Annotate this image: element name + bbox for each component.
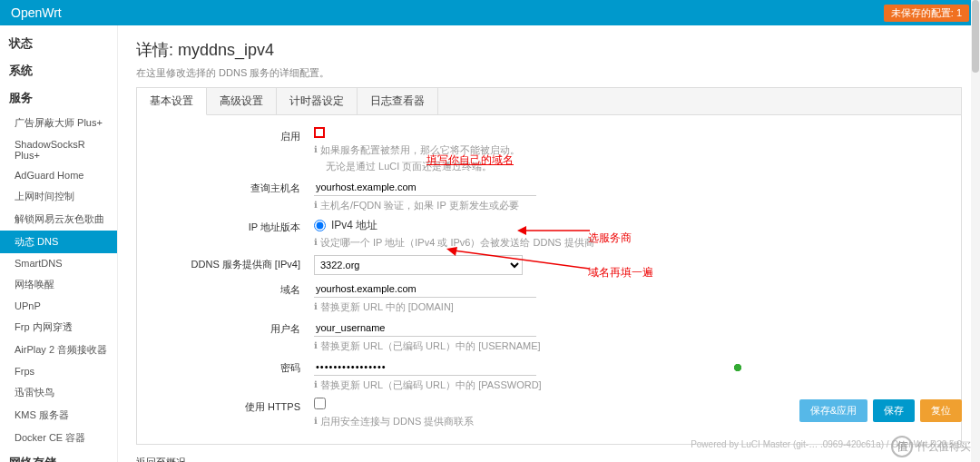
info-icon — [314, 339, 318, 350]
password-input[interactable] — [314, 359, 536, 376]
hint-ipver: 设定哪一个 IP 地址（IPv4 或 IPv6）会被发送给 DDNS 提供商 — [320, 236, 594, 250]
lookup-host-input[interactable] — [314, 179, 536, 196]
tab[interactable]: 日志查看器 — [358, 88, 438, 114]
reset-button[interactable]: 复位 — [920, 399, 962, 422]
sidebar-section[interactable]: 系统 — [0, 57, 117, 84]
hint-https: 启用安全连接与 DDNS 提供商联系 — [320, 415, 474, 428]
password-reveal-icon[interactable] — [731, 361, 744, 374]
enable-checkbox[interactable] — [314, 127, 325, 138]
tab[interactable]: 基本设置 — [137, 88, 207, 115]
sidebar-section[interactable]: 网络存储 — [0, 449, 117, 462]
form-body: 启用 如果服务配置被禁用，那么它将不能被启动。 无论是通过 LuCI 页面还是通… — [136, 115, 962, 445]
hint-enable-1: 如果服务配置被禁用，那么它将不能被启动。 — [320, 143, 520, 157]
sidebar-item[interactable]: ShadowSocksR Plus+ — [0, 134, 117, 165]
label-use-https: 使用 HTTPS — [146, 398, 314, 428]
hint-enable-2: 无论是通过 LuCI 页面还是通过终端。 — [326, 160, 492, 173]
label-lookup-host: 查询主机名 — [146, 179, 314, 212]
scrollbar-track[interactable] — [971, 0, 980, 462]
info-icon — [314, 378, 318, 389]
domain-input[interactable] — [314, 280, 536, 298]
use-https-checkbox[interactable] — [314, 398, 326, 409]
watermark-icon: 值 — [891, 436, 913, 457]
action-buttons: 保存&应用 保存 复位 — [799, 399, 962, 422]
page-title: 详情: myddns_ipv4 — [136, 39, 962, 61]
watermark: 值 什么值得买 — [891, 436, 971, 457]
header-title: OpenWrt — [11, 5, 62, 20]
hint-lookup: 主机名/FQDN 验证，如果 IP 更新发生或必要 — [320, 199, 519, 212]
label-enable: 启用 — [146, 127, 314, 173]
info-icon — [314, 199, 318, 210]
sidebar-item[interactable]: AirPlay 2 音频接收器 — [0, 339, 117, 361]
sidebar-item[interactable]: Frps — [0, 361, 117, 381]
hint-domain: 替换更新 URL 中的 [DOMAIN] — [320, 300, 454, 314]
ipv4-radio[interactable] — [314, 220, 326, 231]
info-icon — [314, 236, 318, 247]
scrollbar-thumb[interactable] — [972, 0, 979, 73]
sidebar-item[interactable]: UPnP — [0, 296, 117, 316]
sidebar-section[interactable]: 服务 — [0, 84, 117, 112]
sidebar-section[interactable]: 状态 — [0, 30, 117, 57]
save-apply-button[interactable]: 保存&应用 — [799, 399, 867, 422]
ipv4-radio-label: IPv4 地址 — [331, 218, 377, 233]
username-input[interactable] — [314, 319, 536, 337]
hint-username: 替换更新 URL（已编码 URL）中的 [USERNAME] — [320, 339, 541, 353]
tab-bar: 基本设置高级设置计时器设定日志查看器 — [136, 87, 962, 115]
page-description: 在这里修改选择的 DDNS 服务的详细配置。 — [136, 66, 962, 80]
label-ddns-provider: DDNS 服务提供商 [IPv4] — [146, 255, 314, 275]
sidebar-item[interactable]: 解锁网易云灰色歌曲 — [0, 208, 117, 231]
sidebar-item[interactable]: 动态 DNS — [0, 231, 117, 253]
sidebar-item[interactable]: KMS 服务器 — [0, 404, 117, 427]
sidebar-item[interactable]: AdGuard Home — [0, 165, 117, 185]
label-ip-version: IP 地址版本 — [146, 218, 314, 250]
info-icon — [314, 143, 318, 154]
label-password: 密码 — [146, 359, 314, 392]
sidebar-item[interactable]: 迅雷快鸟 — [0, 381, 117, 404]
sidebar-item[interactable]: Frp 内网穿透 — [0, 316, 117, 339]
save-button[interactable]: 保存 — [873, 399, 915, 422]
info-icon — [314, 300, 318, 311]
main-content: 详情: myddns_ipv4 在这里修改选择的 DDNS 服务的详细配置。 基… — [118, 25, 980, 462]
label-domain: 域名 — [146, 280, 314, 314]
sidebar-item[interactable]: 广告屏蔽大师 Plus+ — [0, 112, 117, 134]
watermark-text: 什么值得买 — [916, 439, 971, 455]
ddns-provider-select[interactable]: 3322.org — [314, 255, 523, 275]
sidebar-item[interactable]: 网络唤醒 — [0, 273, 117, 296]
unsaved-changes-badge[interactable]: 未保存的配置: 1 — [884, 5, 969, 22]
label-username: 用户名 — [146, 319, 314, 353]
sidebar-item[interactable]: 上网时间控制 — [0, 185, 117, 208]
sidebar-item[interactable]: SmartDNS — [0, 253, 117, 273]
tab[interactable]: 高级设置 — [207, 88, 277, 114]
hint-password: 替换更新 URL（已编码 URL）中的 [PASSWORD] — [320, 378, 542, 392]
sidebar-nav: 状态系统服务广告屏蔽大师 Plus+ShadowSocksR Plus+AdGu… — [0, 25, 118, 462]
back-to-overview-button[interactable]: 返回至概况 — [136, 456, 186, 462]
tab[interactable]: 计时器设定 — [277, 88, 358, 114]
app-header: OpenWrt 未保存的配置: 1 — [0, 0, 980, 25]
sidebar-item[interactable]: Docker CE 容器 — [0, 427, 117, 449]
info-icon — [314, 415, 318, 426]
